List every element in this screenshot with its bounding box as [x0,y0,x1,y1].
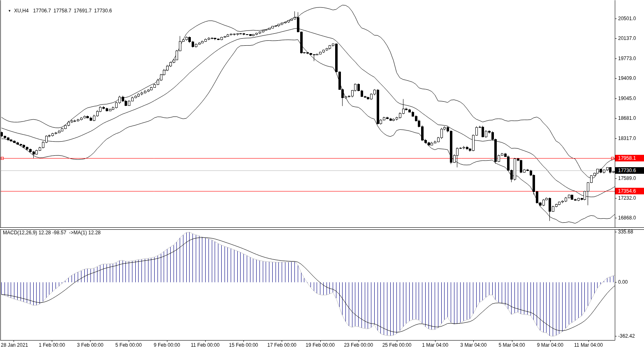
ohlc-high: 17758.7 [53,8,71,14]
date-axis-label[interactable]: 1 Mar 04:00 [422,342,448,348]
price-axis-label: 19409.0 [618,75,636,81]
ohlc-close: 17730.6 [94,8,112,14]
price-axis-label: 20137.0 [618,35,636,41]
current-price-badge: 17730.6 [615,167,644,174]
price-axis-label: 18317.0 [618,135,636,141]
chart-title: ▼XU,H417706.717758.717691.717730.6 [2,2,114,19]
date-axis-label[interactable]: 5 Feb 00:00 [116,342,142,348]
price-axis-label: 19773.0 [618,56,636,61]
macd-axis-label: -362.42 [618,333,635,339]
date-axis-label[interactable]: 3 Feb 00:00 [77,342,103,348]
price-axis-label: 20501.0 [618,16,636,21]
price-axis-label: 18681.0 [618,115,636,121]
date-axis-label[interactable]: 15 Feb 00:00 [229,342,258,348]
collapse-triangle-icon[interactable]: ▼ [8,9,11,13]
date-axis-label[interactable]: 11 Mar 04:00 [574,342,603,348]
price-axis-label: 19045.0 [618,96,636,101]
macd-indicator-label: MACD(12,26,9) 12.28 -98.57 ->MA(1) 12.28 [3,230,101,236]
date-axis-label[interactable]: 5 Mar 04:00 [499,342,525,348]
price-axis-label: 17232.0 [618,195,636,201]
date-axis-label[interactable]: 23 Feb 00:00 [344,342,373,348]
ohlc-open: 17706.7 [33,8,51,14]
date-axis-label[interactable]: 25 Feb 00:00 [382,342,412,348]
date-axis-label[interactable]: 9 Feb 00:00 [154,342,180,348]
date-axis-label[interactable]: 1 Feb 00:00 [39,342,65,348]
date-axis-label[interactable]: 28 Jan 2021 [1,342,28,348]
price-axis-label: 17589.0 [618,175,636,181]
price-level-badge[interactable]: 17958.1 [615,155,644,161]
panel-divider[interactable] [0,227,644,230]
date-axis-label[interactable]: 17 Feb 00:00 [267,342,297,348]
date-axis-label[interactable]: 11 Feb 00:00 [191,342,220,348]
price-level-badge[interactable]: 17354.6 [615,188,644,194]
date-axis-label[interactable]: 3 Mar 04:00 [460,342,486,348]
price-axis-label: 16868.0 [618,215,636,221]
macd-axis-label: 335.68 [618,229,633,235]
chart-canvas[interactable] [0,0,644,350]
date-axis-label[interactable]: 9 Mar 04:00 [537,342,563,348]
macd-axis-label: 0.00 [618,279,628,285]
symbol-period-label: XU,H4 [14,8,28,14]
ohlc-low: 17691.7 [74,8,91,14]
date-axis-label[interactable]: 19 Feb 00:00 [306,342,335,348]
trading-chart-window: ▼XU,H417706.717758.717691.717730.6 MACD(… [0,0,644,350]
